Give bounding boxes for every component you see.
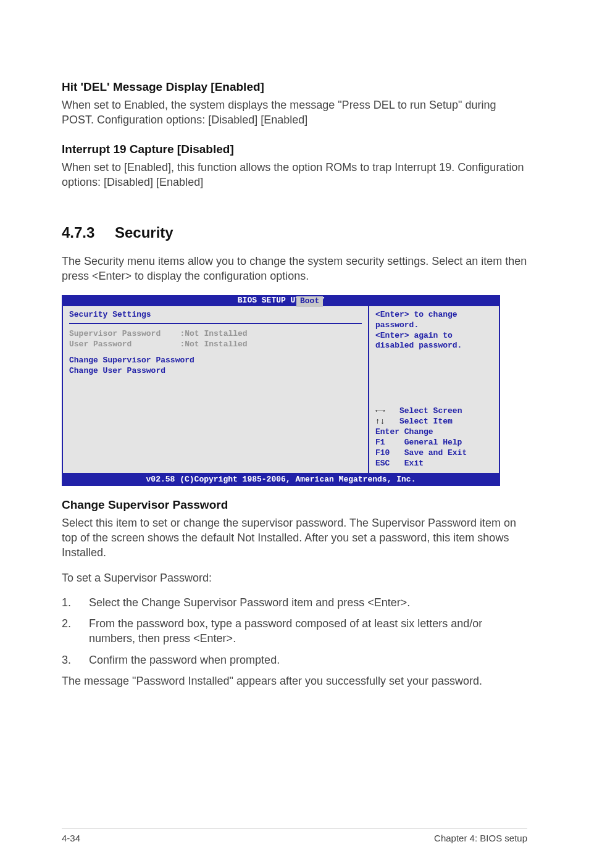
heading-interrupt-19: Interrupt 19 Capture [Disabled] <box>62 143 527 156</box>
bios-nav-select-screen: Select Screen <box>385 406 462 415</box>
step-number-2: 2. <box>62 616 89 646</box>
section-title: Security <box>115 224 173 241</box>
bios-help-line-1: <Enter> to change password. <box>375 310 493 331</box>
bios-nav-enter: Enter Change <box>375 427 493 438</box>
heading-hit-del: Hit 'DEL' Message Display [Enabled] <box>62 80 527 94</box>
list-item: 2. From the password box, type a passwor… <box>62 616 527 646</box>
bios-supervisor-password-row: Supervisor Password :Not Installed <box>69 329 362 340</box>
change-supervisor-p1: Select this item to set or change the su… <box>62 515 527 561</box>
heading-change-supervisor: Change Supervisor Password <box>62 498 527 512</box>
change-supervisor-p2: To set a Supervisor Password: <box>62 570 527 585</box>
section-2: Interrupt 19 Capture [Disabled] When set… <box>62 143 527 190</box>
bios-help-text: <Enter> to change password. <Enter> agai… <box>375 310 493 352</box>
step-1-text: Select the Change Supervisor Password it… <box>89 595 527 610</box>
step-3-text: Confirm the password when prompted. <box>89 653 527 667</box>
bios-change-user-password: Change User Password <box>69 366 362 377</box>
bios-security-settings-header: Security Settings <box>69 310 362 320</box>
bios-boot-tab: Boot <box>296 296 323 307</box>
page-number: 4-34 <box>62 833 80 843</box>
bios-nav-esc: ESC Exit <box>375 459 493 469</box>
security-intro: The Security menu items allow you to cha… <box>62 254 527 284</box>
bios-divider <box>69 323 362 324</box>
list-item: 1. Select the Change Supervisor Password… <box>62 595 527 610</box>
bios-copyright-footer: v02.58 (C)Copyright 1985-2006, American … <box>62 474 500 486</box>
heading-security: 4.7.3Security <box>62 224 527 241</box>
left-right-arrow-icon: ←→ <box>375 406 385 415</box>
up-down-arrow-icon: ↑↓ <box>375 417 385 426</box>
steps-list: 1. Select the Change Supervisor Password… <box>62 595 527 667</box>
section-1: Hit 'DEL' Message Display [Enabled] When… <box>62 80 527 128</box>
body-hit-del: When set to Enabled, the system displays… <box>62 98 527 128</box>
body-interrupt-19: When set to [Enabled], this function all… <box>62 160 527 190</box>
list-item: 3. Confirm the password when prompted. <box>62 653 527 667</box>
bios-title-bar: BIOS SETUP UTILITY Boot <box>62 295 500 306</box>
bios-nav-select-item: Select Item <box>385 417 453 426</box>
bios-nav-f1: F1 General Help <box>375 438 493 448</box>
bios-main-panel: Security Settings Supervisor Password :N… <box>62 306 500 474</box>
bios-user-password-row: User Password :Not Installed <box>69 340 362 350</box>
step-number-3: 3. <box>62 653 89 667</box>
bios-change-supervisor-password: Change Supervisor Password <box>69 356 362 366</box>
step-number-1: 1. <box>62 595 89 610</box>
section-number: 4.7.3 <box>62 224 115 241</box>
bios-nav-keys: ←→ Select Screen ↑↓ Select Item Enter Ch… <box>375 406 493 469</box>
bios-right-panel: <Enter> to change password. <Enter> agai… <box>369 306 499 473</box>
section-change-supervisor: Change Supervisor Password Select this i… <box>62 498 527 689</box>
bios-help-line-2: <Enter> again to disabled password. <box>375 331 493 352</box>
bios-nav-f10: F10 Save and Exit <box>375 448 493 459</box>
bios-left-panel: Security Settings Supervisor Password :N… <box>63 306 369 473</box>
password-installed-note: The message "Password Installed" appears… <box>62 674 527 688</box>
chapter-label: Chapter 4: BIOS setup <box>434 833 527 843</box>
step-2-text: From the password box, type a password c… <box>89 616 527 646</box>
page-footer: 4-34 Chapter 4: BIOS setup <box>62 828 527 843</box>
bios-screenshot: BIOS SETUP UTILITY Boot Security Setting… <box>62 295 527 486</box>
